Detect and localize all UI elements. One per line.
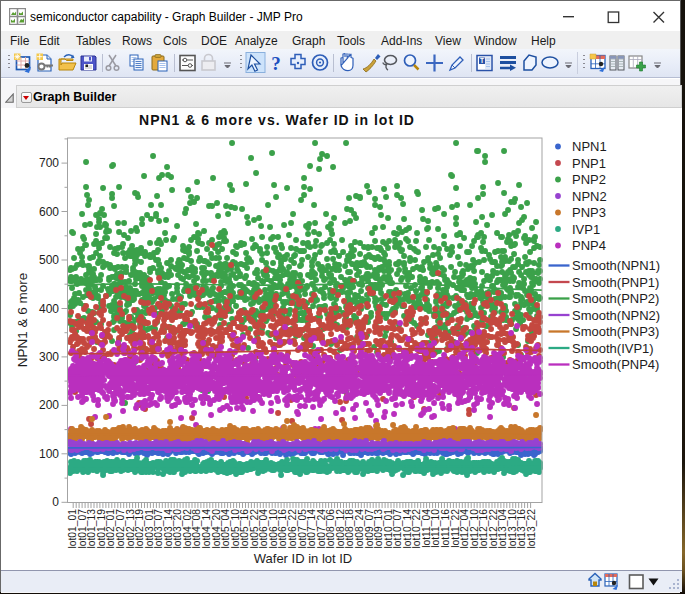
svg-text:0: 0	[52, 495, 59, 509]
svg-text:Smooth(NPN2): Smooth(NPN2)	[572, 308, 660, 323]
svg-text:NPN1 & 6 more: NPN1 & 6 more	[15, 273, 30, 368]
svg-text:300: 300	[39, 350, 59, 364]
svg-text:lot13_22: lot13_22	[526, 509, 537, 549]
svg-text:200: 200	[39, 398, 59, 412]
svg-text:400: 400	[39, 302, 59, 316]
svg-text:PNP1: PNP1	[572, 156, 606, 171]
svg-text:Wafer ID in lot ID: Wafer ID in lot ID	[254, 551, 352, 566]
svg-text:Smooth(PNP2): Smooth(PNP2)	[572, 291, 659, 306]
svg-text:NPN1 & 6 more vs. Wafer ID in: NPN1 & 6 more vs. Wafer ID in lot ID	[139, 112, 415, 128]
svg-text:PNP4: PNP4	[572, 238, 606, 253]
svg-text:600: 600	[39, 205, 59, 219]
svg-text:700: 700	[39, 156, 59, 170]
svg-text:Smooth(IVP1): Smooth(IVP1)	[572, 341, 654, 356]
svg-text:IVP1: IVP1	[572, 222, 600, 237]
svg-text:NPN2: NPN2	[572, 189, 607, 204]
svg-text:Smooth(PNP1): Smooth(PNP1)	[572, 275, 659, 290]
svg-text:Smooth(NPN1): Smooth(NPN1)	[572, 258, 660, 273]
svg-text:100: 100	[39, 447, 59, 461]
svg-text:500: 500	[39, 253, 59, 267]
svg-text:PNP2: PNP2	[572, 172, 606, 187]
svg-text:Smooth(PNP3): Smooth(PNP3)	[572, 324, 659, 339]
svg-text:PNP3: PNP3	[572, 205, 606, 220]
svg-text:NPN1: NPN1	[572, 139, 607, 154]
svg-text:Smooth(PNP4): Smooth(PNP4)	[572, 357, 659, 372]
